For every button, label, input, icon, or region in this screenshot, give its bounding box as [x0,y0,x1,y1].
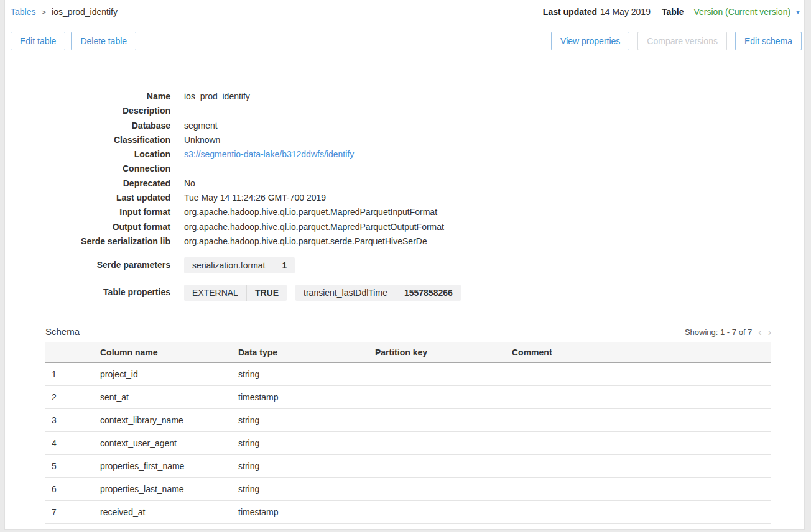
detail-row-classification: Classification Unknown [5,133,804,147]
last-updated-label: Last updated [543,7,597,17]
delete-table-button[interactable]: Delete table [71,32,136,50]
cell-comment [506,478,771,501]
detail-label: Description [5,104,170,118]
showing-text: Showing: 1 - 7 of 7 [685,328,752,337]
column-header-comment: Comment [506,342,771,363]
cell-comment [506,363,771,386]
cell-data-type: timestamp [232,386,369,409]
cell-comment [506,432,771,455]
cell-data-type: string [232,432,369,455]
top-bar: Tables > ios_prod_identify Last updated … [5,0,804,17]
table-properties-row: Table properties EXTERNAL TRUE transient… [5,284,804,301]
location-link[interactable]: s3://segmentio-data-lake/b312ddwfs/ident… [184,149,354,159]
table-details-list: Name ios_prod_identify Description Datab… [5,89,804,249]
prev-page-icon: ‹ [758,328,761,336]
header-meta: Last updated 14 May 2019 Table Version (… [543,7,801,17]
cell-comment [506,455,771,478]
cell-column-name: properties_first_name [94,455,232,478]
cell-column-name: project_id [94,363,232,386]
column-header-data-type: Data type [232,342,369,363]
cell-num: 6 [45,478,94,501]
view-properties-button[interactable]: View properties [551,32,629,50]
cell-column-name: sent_at [94,386,232,409]
table-property-chip: transient_lastDdlTime 1557858266 [295,285,461,301]
toolbar-left: Edit table Delete table [11,32,136,50]
serde-parameters-label: Serde parameters [5,257,170,273]
schema-table: Column name Data type Partition key Comm… [45,342,771,524]
cell-num: 2 [45,386,94,409]
table-row: 1 project_id string [45,363,771,386]
table-label: Table [662,7,684,17]
column-header-index [45,342,94,363]
cell-num: 1 [45,363,94,386]
toolbar-right: View properties Compare versions Edit sc… [551,32,802,50]
detail-row-deprecated: Deprecated No [5,177,804,191]
serde-parameter-chips: serialization.format 1 [184,257,295,273]
detail-label: Input format [5,205,170,219]
detail-row-last-updated: Last updated Tue May 14 11:24:26 GMT-700… [5,191,804,205]
breadcrumb: Tables > ios_prod_identify [11,7,118,17]
detail-value: ios_prod_identify [184,89,250,104]
detail-row-input-format: Input format org.apache.hadoop.hive.ql.i… [5,205,804,219]
cell-partition-key [369,363,506,386]
serde-parameter-chip: serialization.format 1 [184,257,295,273]
edit-schema-button[interactable]: Edit schema [735,32,802,50]
column-header-column-name: Column name [94,342,232,363]
pagination: Showing: 1 - 7 of 7 ‹ › [685,328,771,337]
detail-label: Serde serialization lib [5,234,170,249]
detail-row-database: Database segment [5,119,804,133]
detail-row-name: Name ios_prod_identify [5,89,804,104]
edit-table-button[interactable]: Edit table [11,32,65,50]
detail-row-output-format: Output format org.apache.hadoop.hive.ql.… [5,220,804,234]
detail-row-location: Location s3://segmentio-data-lake/b312dd… [5,147,804,162]
cell-column-name: received_at [94,501,232,524]
detail-value: segment [184,119,218,133]
breadcrumb-tables-link[interactable]: Tables [11,7,35,17]
cell-column-name: context_user_agent [94,432,232,455]
detail-value: Unknown [184,133,220,147]
chip-value: 1557858266 [396,285,461,301]
breadcrumb-separator-icon: > [41,7,46,17]
cell-partition-key [369,455,506,478]
breadcrumb-current: ios_prod_identify [52,7,118,17]
cell-comment [506,386,771,409]
cell-data-type: string [232,409,369,432]
last-updated-value: 14 May 2019 [600,7,651,17]
cell-partition-key [369,501,506,524]
table-details-panel: Tables > ios_prod_identify Last updated … [4,0,805,530]
detail-value: org.apache.hadoop.hive.ql.io.parquet.ser… [184,234,427,249]
table-row: 5 properties_first_name string [45,455,771,478]
cell-partition-key [369,409,506,432]
detail-row-connection: Connection [5,162,804,176]
schema-section: Schema Showing: 1 - 7 of 7 ‹ › Column na… [45,326,771,524]
detail-row-serde-lib: Serde serialization lib org.apache.hadoo… [5,234,804,249]
toolbar: Edit table Delete table View properties … [5,17,804,50]
detail-label: Location [5,147,170,162]
detail-label: Output format [5,220,170,234]
next-page-icon: › [768,328,771,336]
schema-title: Schema [45,326,80,337]
cell-data-type: string [232,478,369,501]
chip-value: TRUE [246,285,287,301]
chip-key: EXTERNAL [184,285,246,301]
cell-partition-key [369,432,506,455]
detail-label: Connection [5,162,170,176]
cell-num: 4 [45,432,94,455]
detail-label: Database [5,119,170,133]
detail-row-description: Description [5,104,804,118]
detail-label: Last updated [5,191,170,205]
chip-key: transient_lastDdlTime [295,285,396,301]
detail-label: Name [5,89,170,104]
cell-data-type: string [232,363,369,386]
detail-value: org.apache.hadoop.hive.ql.io.parquet.Map… [184,205,437,219]
cell-comment [506,501,771,524]
table-properties-label: Table properties [5,284,170,301]
detail-label: Classification [5,133,170,147]
cell-column-name: properties_last_name [94,478,232,501]
detail-label: Deprecated [5,177,170,191]
cell-num: 3 [45,409,94,432]
schema-header: Schema Showing: 1 - 7 of 7 ‹ › [45,326,771,337]
version-dropdown[interactable]: Version (Current version) ▼ [693,7,801,17]
detail-value: Tue May 14 11:24:26 GMT-700 2019 [184,191,326,205]
compare-versions-button: Compare versions [637,32,727,50]
